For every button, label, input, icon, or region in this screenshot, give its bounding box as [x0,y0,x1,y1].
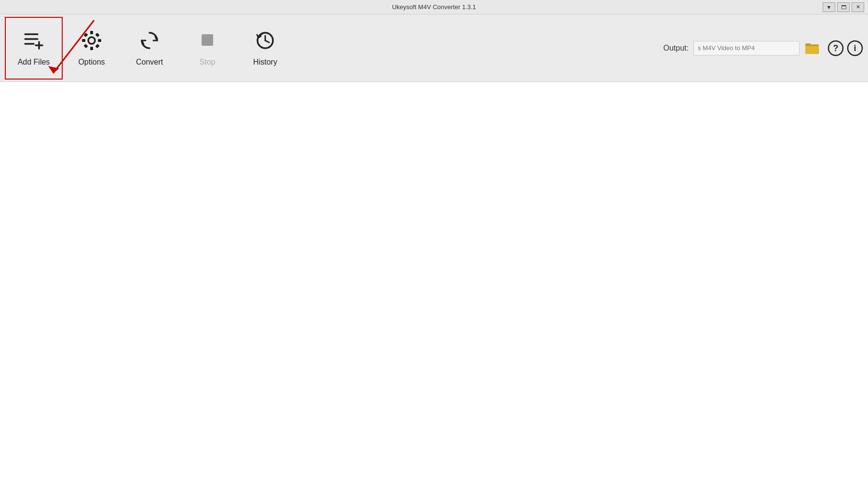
toolbar: Add Files Options [0,14,868,82]
history-button[interactable]: History [236,17,294,80]
minimize-button[interactable]: ▼ [823,2,835,12]
convert-button[interactable]: Convert [121,17,178,80]
svg-rect-6 [90,31,93,34]
svg-line-17 [265,40,269,42]
output-section: Output: [664,41,820,55]
stop-icon [197,29,218,54]
stop-button[interactable]: Stop [178,17,236,80]
convert-label: Convert [136,58,163,67]
options-button[interactable]: Options [63,17,121,80]
help-button[interactable]: ? [827,40,844,56]
add-list-icon [23,29,44,54]
svg-rect-9 [98,39,101,42]
svg-rect-8 [82,39,85,42]
svg-rect-12 [83,43,88,48]
app-title: Ukeysoft M4V Converter 1.3.1 [392,3,476,11]
svg-rect-7 [90,47,93,50]
browse-folder-button[interactable] [804,41,820,55]
history-label: History [253,58,277,67]
convert-icon [139,30,160,54]
output-path-input[interactable] [693,41,800,55]
maximize-button[interactable]: 🗖 [837,2,850,12]
gear-icon [81,30,102,54]
svg-rect-10 [83,32,88,37]
add-files-label: Add Files [18,58,50,67]
svg-rect-11 [95,32,99,37]
title-bar: Ukeysoft M4V Converter 1.3.1 ▼ 🗖 ✕ [0,0,868,14]
close-button[interactable]: ✕ [852,2,864,12]
output-label: Output: [664,44,689,53]
stop-label: Stop [200,58,216,67]
history-icon [255,30,276,54]
options-label: Options [78,58,105,67]
add-files-button[interactable]: Add Files [5,17,63,80]
svg-point-5 [88,37,95,44]
svg-text:i: i [854,43,856,53]
svg-rect-14 [202,34,213,46]
svg-rect-13 [95,43,99,48]
info-button[interactable]: i [847,40,863,56]
svg-text:?: ? [833,43,839,53]
window-controls: ▼ 🗖 ✕ [823,2,864,12]
main-content [0,82,868,482]
